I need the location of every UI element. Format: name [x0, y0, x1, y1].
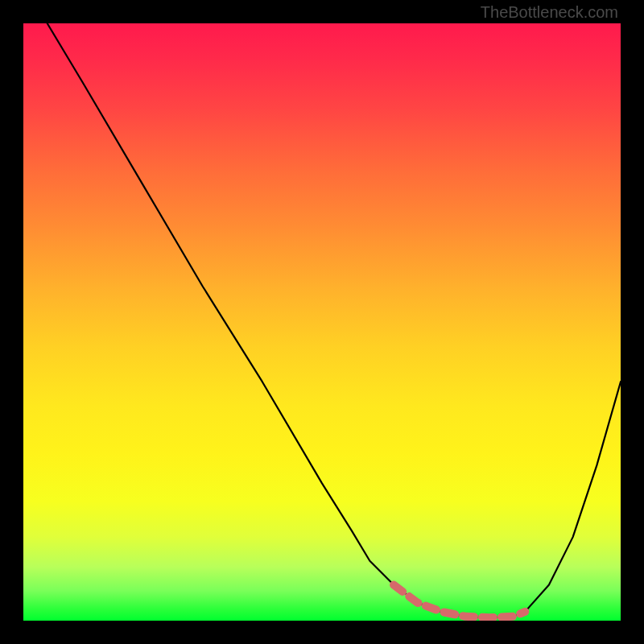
curve-layer — [23, 23, 621, 621]
chart-frame: TheBottleneck.com — [0, 0, 644, 644]
attribution-label: TheBottleneck.com — [481, 3, 618, 22]
bottleneck-curve — [47, 23, 621, 617]
plot-area — [23, 23, 621, 621]
optimal-range-marker — [394, 584, 525, 617]
